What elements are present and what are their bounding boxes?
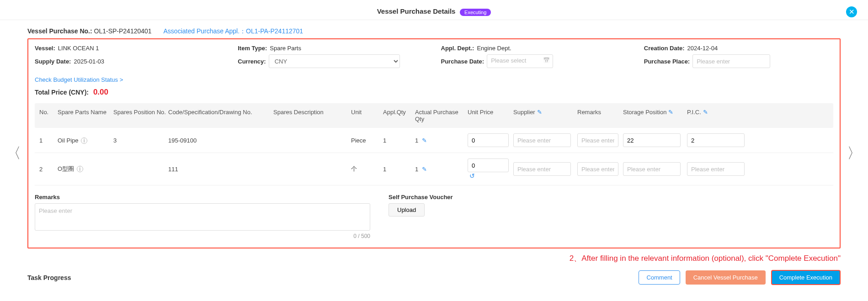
th-storage: Storage Position✎ bbox=[623, 109, 687, 122]
cell-actualqty: 1 ✎ bbox=[415, 166, 468, 173]
instruction-text: 2、After filling in the relevant informat… bbox=[0, 248, 868, 265]
pic-input[interactable] bbox=[687, 133, 745, 147]
creation-date-label: Creation Date: bbox=[644, 45, 685, 52]
currency-label: Currency: bbox=[238, 58, 266, 65]
items-table: No. Spare Parts Name Spares Position No.… bbox=[35, 103, 833, 185]
cell-name: Oil Pipe i bbox=[58, 137, 113, 144]
cell-code: 111 bbox=[168, 166, 273, 173]
th-pos: Spares Position No. bbox=[113, 109, 168, 122]
cell-no: 2 bbox=[39, 166, 58, 173]
order-number-value: OL1-SP-P24120401 bbox=[94, 27, 152, 35]
remarks-char-count: 0 / 500 bbox=[35, 233, 370, 239]
associated-appl-link[interactable]: Associated Purchase Appl.：OL1-PA-P241127… bbox=[164, 27, 304, 35]
task-progress-label: Task Progress bbox=[27, 274, 71, 281]
order-number-label: Vessel Purchase No.: bbox=[27, 27, 92, 35]
cancel-purchase-button[interactable]: Cancel Vessel Purchase bbox=[686, 270, 766, 285]
info-icon[interactable]: i bbox=[77, 166, 83, 172]
remarks-textarea[interactable] bbox=[35, 203, 370, 231]
creation-date-value: 2024-12-04 bbox=[687, 45, 718, 52]
th-price: Unit Price bbox=[468, 109, 513, 122]
unit-price-input[interactable] bbox=[468, 158, 509, 172]
th-pic: P.I.C.✎ bbox=[687, 109, 751, 122]
pic-input[interactable] bbox=[687, 162, 745, 176]
supplier-input[interactable] bbox=[513, 162, 571, 176]
th-aqty: Appl.Qty bbox=[383, 109, 415, 122]
cell-pos: 3 bbox=[113, 137, 168, 144]
voucher-label: Self Purchase Voucher bbox=[389, 194, 507, 201]
total-price-label: Total Price (CNY): bbox=[35, 89, 89, 96]
order-number-line: Vessel Purchase No.: OL1-SP-P24120401 As… bbox=[27, 27, 841, 38]
th-actqty: Actual Purchase Qty bbox=[415, 109, 468, 122]
row-remarks-input[interactable] bbox=[577, 162, 618, 176]
budget-utilization-link[interactable]: Check Budget Utilization Status > bbox=[35, 76, 123, 83]
cell-applqty: 1 bbox=[383, 137, 415, 144]
cell-unit: Piece bbox=[351, 137, 383, 144]
supplier-input[interactable] bbox=[513, 133, 571, 147]
row-remarks-input[interactable] bbox=[577, 133, 618, 147]
status-badge: Executing bbox=[460, 9, 491, 16]
upload-button[interactable]: Upload bbox=[389, 203, 425, 217]
next-arrow-icon[interactable]: 〉 bbox=[847, 143, 862, 164]
unit-price-input[interactable] bbox=[468, 133, 509, 147]
page-title: Vessel Purchase Details bbox=[377, 7, 456, 15]
th-name: Spare Parts Name bbox=[58, 109, 113, 122]
vessel-label: Vessel: bbox=[35, 45, 55, 52]
cell-code: 195-09100 bbox=[168, 137, 273, 144]
edit-qty-icon[interactable]: ✎ bbox=[422, 166, 427, 173]
info-icon[interactable]: i bbox=[81, 137, 87, 144]
storage-input[interactable] bbox=[623, 133, 681, 147]
cell-applqty: 1 bbox=[383, 166, 415, 173]
th-desc: Spares Description bbox=[273, 109, 351, 122]
undo-icon[interactable]: ↺ bbox=[469, 172, 475, 180]
cell-actualqty: 1 ✎ bbox=[415, 137, 468, 144]
prev-arrow-icon[interactable]: 〈 bbox=[6, 143, 21, 164]
edit-supplier-icon[interactable]: ✎ bbox=[537, 109, 542, 116]
currency-select[interactable]: CNY bbox=[269, 54, 400, 68]
appl-dept-value: Engine Dept. bbox=[477, 45, 511, 52]
table-header: No. Spare Parts Name Spares Position No.… bbox=[35, 103, 833, 128]
appl-dept-label: Appl. Dept.: bbox=[441, 45, 474, 52]
edit-qty-icon[interactable]: ✎ bbox=[422, 137, 427, 144]
table-row: 2O型圈 i111个11 ✎↺ bbox=[35, 153, 833, 185]
item-type-label: Item Type: bbox=[238, 45, 267, 52]
th-no: No. bbox=[39, 109, 58, 122]
th-remarks: Remarks bbox=[577, 109, 623, 122]
vessel-value: LINK OCEAN 1 bbox=[58, 45, 99, 52]
th-supplier: Supplier✎ bbox=[513, 109, 577, 122]
cell-no: 1 bbox=[39, 137, 58, 144]
cell-unit: 个 bbox=[351, 165, 383, 173]
table-row: 1Oil Pipe i3195-09100Piece11 ✎ bbox=[35, 128, 833, 153]
purchase-place-input[interactable] bbox=[692, 54, 770, 68]
storage-input[interactable] bbox=[623, 162, 681, 176]
edit-pic-icon[interactable]: ✎ bbox=[703, 109, 708, 116]
purchase-date-input[interactable]: Please select bbox=[487, 54, 553, 68]
page-header: Vessel Purchase Details Executing ✕ bbox=[0, 0, 868, 20]
total-price-line: Total Price (CNY): 0.00 bbox=[35, 88, 833, 97]
complete-execution-button[interactable]: Complete Execution bbox=[771, 270, 841, 285]
comment-button[interactable]: Comment bbox=[639, 270, 680, 285]
edit-storage-icon[interactable]: ✎ bbox=[668, 109, 673, 116]
cell-name: O型圈 i bbox=[58, 165, 113, 173]
th-unit: Unit bbox=[351, 109, 383, 122]
purchase-place-label: Purchase Place: bbox=[644, 58, 690, 65]
purchase-date-label: Purchase Date: bbox=[441, 58, 485, 65]
total-price-value: 0.00 bbox=[93, 88, 108, 96]
remarks-label: Remarks bbox=[35, 194, 370, 201]
item-type-value: Spare Parts bbox=[270, 45, 301, 52]
details-panel: Vessel:LINK OCEAN 1 Item Type:Spare Part… bbox=[27, 38, 841, 248]
th-code: Code/Specification/Drawing No. bbox=[168, 109, 273, 122]
supply-date-label: Supply Date: bbox=[35, 58, 71, 65]
close-icon[interactable]: ✕ bbox=[846, 6, 857, 17]
supply-date-value: 2025-01-03 bbox=[74, 58, 104, 65]
